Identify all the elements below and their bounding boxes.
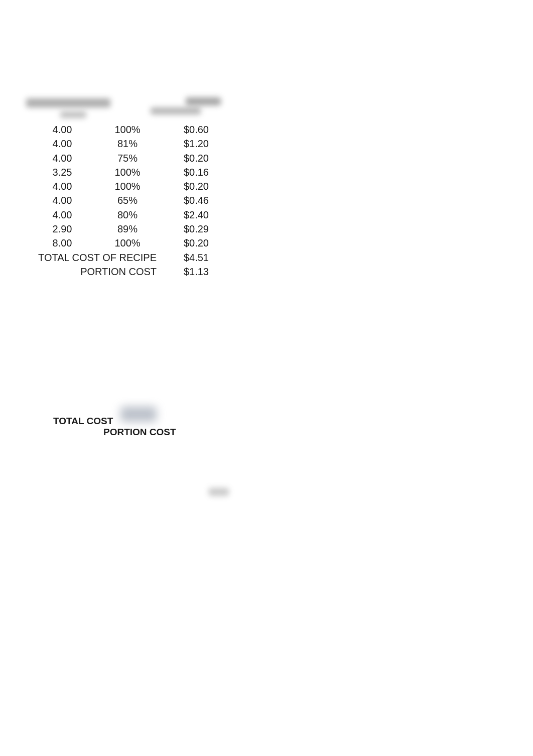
portion-cost-row: PORTION COST $1.13 (30, 265, 223, 279)
total-recipe-row: TOTAL COST OF RECIPE $4.51 (30, 250, 223, 265)
qty-cell: 4.00 (30, 137, 94, 151)
table-row: 4.00 100% $0.60 (30, 122, 223, 137)
pct-cell: 100% (94, 179, 161, 193)
total-cost-heading: TOTAL COST (53, 416, 113, 427)
cost-cell: $2.40 (161, 208, 223, 222)
cost-cell: $1.20 (161, 137, 223, 151)
cost-cell: $0.20 (161, 151, 223, 165)
table-row: 4.00 80% $2.40 (30, 208, 223, 222)
lower-label-row: TOTAL COST PORTION COST (53, 416, 224, 438)
blurred-header-3 (186, 97, 221, 105)
cost-cell: $0.20 (161, 179, 223, 193)
cost-table: 4.00 100% $0.60 4.00 81% $1.20 4.00 75% … (30, 122, 223, 279)
blurred-header-2 (151, 107, 201, 114)
pct-cell: 89% (94, 222, 161, 236)
pct-cell: 65% (94, 193, 161, 207)
qty-cell: 4.00 (30, 208, 94, 222)
qty-cell: 4.00 (30, 151, 94, 165)
total-recipe-label: TOTAL COST OF RECIPE (30, 250, 161, 265)
cost-cell: $0.20 (161, 236, 223, 250)
page: 4.00 100% $0.60 4.00 81% $1.20 4.00 75% … (0, 0, 533, 756)
pct-cell: 80% (94, 208, 161, 222)
table-row: 3.25 100% $0.16 (30, 165, 223, 179)
total-recipe-value: $4.51 (161, 250, 223, 265)
table-row: 4.00 100% $0.20 (30, 179, 223, 193)
pct-cell: 100% (94, 236, 161, 250)
pct-cell: 75% (94, 151, 161, 165)
table-row: 2.90 89% $0.29 (30, 222, 223, 236)
cost-cell: $0.46 (161, 193, 223, 207)
portion-cost-value: $1.13 (161, 265, 223, 279)
cost-cell: $0.16 (161, 165, 223, 179)
portion-cost-label: PORTION COST (30, 265, 161, 279)
table-row: 8.00 100% $0.20 (30, 236, 223, 250)
blurred-header-1 (26, 98, 110, 107)
table-row: 4.00 81% $1.20 (30, 137, 223, 151)
table-row: 4.00 65% $0.46 (30, 193, 223, 207)
blurred-header-4 (60, 111, 86, 118)
qty-cell: 4.00 (30, 122, 94, 137)
qty-cell: 8.00 (30, 236, 94, 250)
qty-cell: 2.90 (30, 222, 94, 236)
cost-cell: $0.29 (161, 222, 223, 236)
pct-cell: 100% (94, 122, 161, 137)
pct-cell: 81% (94, 137, 161, 151)
portion-cost-heading: PORTION COST (103, 427, 176, 438)
qty-cell: 4.00 (30, 179, 94, 193)
table-row: 4.00 75% $0.20 (30, 151, 223, 165)
qty-cell: 4.00 (30, 193, 94, 207)
qty-cell: 3.25 (30, 165, 94, 179)
pct-cell: 100% (94, 165, 161, 179)
blurred-bottom-mark (209, 488, 229, 496)
cost-cell: $0.60 (161, 122, 223, 137)
